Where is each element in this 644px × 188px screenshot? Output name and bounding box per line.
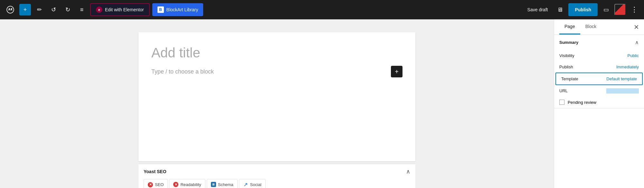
yoast-collapse-icon: ∧ xyxy=(406,168,410,175)
sidebar-content: Summary ∧ Visibility Public Publish Imme… xyxy=(554,35,644,188)
publish-row: Publish Immediately xyxy=(554,61,644,73)
tab-block[interactable]: Block xyxy=(580,19,601,35)
seo-tab-icon: ✕ xyxy=(148,182,153,187)
monitor-icon: 🖥 xyxy=(557,6,563,13)
template-value[interactable]: Default template xyxy=(606,76,637,81)
visibility-row: Visibility Public xyxy=(554,50,644,61)
edit-mode-button[interactable]: ✏ xyxy=(33,4,45,15)
summary-section-title: Summary xyxy=(559,40,578,45)
template-label: Template xyxy=(561,76,578,81)
summary-section: Summary ∧ Visibility Public Publish Imme… xyxy=(554,35,644,108)
toolbar-right: Save draft 🖥 Publish ▭ ⋮ xyxy=(524,3,640,16)
undo-button[interactable]: ↺ xyxy=(48,4,59,15)
panel-icon: ▭ xyxy=(603,6,609,13)
social-tab-label: Social xyxy=(250,182,261,187)
yoast-tabs: ✕ SEO ✕ Readability ⊞ Schema ↗ Social xyxy=(138,179,415,188)
plus-icon: + xyxy=(24,6,27,13)
readability-tab-label: Readability xyxy=(180,182,201,187)
preview-button[interactable]: 🖥 xyxy=(554,4,566,15)
blockart-button[interactable]: B BlockArt Library xyxy=(152,3,204,16)
publish-row-label: Publish xyxy=(559,64,573,69)
redo-icon: ↻ xyxy=(65,6,70,13)
editor-canvas: Add title Type / to choose a block + xyxy=(138,32,415,161)
more-options-button[interactable]: ⋮ xyxy=(629,4,640,15)
sidebar-close-button[interactable]: ✕ xyxy=(631,22,641,32)
add-block-button[interactable]: + xyxy=(19,4,31,15)
url-value: ███████████ xyxy=(606,88,639,93)
editor-placeholder[interactable]: Type / to choose a block xyxy=(151,68,386,75)
user-menu-button[interactable] xyxy=(614,4,626,15)
tab-page-label: Page xyxy=(564,24,575,29)
post-title-input[interactable]: Add title xyxy=(138,32,415,66)
elementor-button[interactable]: e Edit with Elementor xyxy=(90,3,150,16)
pending-review-row: Pending review xyxy=(554,96,644,108)
yoast-panel-header[interactable]: Yoast SEO ∧ xyxy=(138,164,415,179)
pencil-icon: ✏ xyxy=(37,6,42,13)
sidebar: Page Block ✕ Summary ∧ Visibility Public xyxy=(554,19,644,188)
visibility-label: Visibility xyxy=(559,53,574,58)
yoast-panel-title: Yoast SEO xyxy=(144,169,166,174)
add-block-inline-button[interactable]: + xyxy=(391,66,402,77)
wp-logo-button[interactable] xyxy=(4,3,17,16)
pending-review-checkbox[interactable] xyxy=(559,100,564,105)
social-tab-icon: ↗ xyxy=(243,182,248,187)
more-icon: ⋮ xyxy=(631,5,638,14)
user-avatar xyxy=(615,5,625,15)
schema-tab-label: Schema xyxy=(218,182,233,187)
save-draft-button[interactable]: Save draft xyxy=(524,5,552,15)
blockart-logo-icon: B xyxy=(157,6,164,13)
toolbar: + ✏ ↺ ↻ ≡ e Edit with Elementor B BlockA… xyxy=(0,0,644,19)
main-area: Add title Type / to choose a block + Yoa… xyxy=(0,19,644,188)
pending-review-label: Pending review xyxy=(568,100,596,105)
summary-section-header[interactable]: Summary ∧ xyxy=(554,35,644,50)
plus-inline-icon: + xyxy=(395,68,399,75)
visibility-value[interactable]: Public xyxy=(628,53,639,58)
publish-label: Publish xyxy=(575,7,591,12)
readability-tab-icon: ✕ xyxy=(173,182,178,187)
yoast-tab-social[interactable]: ↗ Social xyxy=(239,179,266,188)
blockart-button-label: BlockArt Library xyxy=(166,7,198,12)
yoast-tab-readability[interactable]: ✕ Readability xyxy=(169,179,205,188)
close-icon: ✕ xyxy=(634,23,639,31)
undo-icon: ↺ xyxy=(51,6,56,13)
summary-chevron-icon: ∧ xyxy=(635,39,639,45)
list-icon: ≡ xyxy=(80,6,84,13)
list-view-button[interactable]: ≡ xyxy=(76,4,88,15)
yoast-tab-seo[interactable]: ✕ SEO xyxy=(144,179,168,188)
url-label: URL xyxy=(559,88,568,93)
url-row: URL ███████████ xyxy=(554,85,644,96)
panel-toggle-button[interactable]: ▭ xyxy=(600,4,612,15)
tab-block-label: Block xyxy=(585,24,596,29)
yoast-panel: Yoast SEO ∧ ✕ SEO ✕ Readability ⊞ Schema xyxy=(138,164,415,188)
toolbar-left: + ✏ ↺ ↻ ≡ e Edit with Elementor B BlockA… xyxy=(4,3,521,16)
schema-tab-icon: ⊞ xyxy=(211,182,216,187)
elementor-logo-icon: e xyxy=(96,6,102,13)
template-row[interactable]: Template Default template xyxy=(555,73,643,85)
editor-area: Add title Type / to choose a block + Yoa… xyxy=(0,19,554,188)
seo-tab-label: SEO xyxy=(155,182,164,187)
tab-page[interactable]: Page xyxy=(559,19,580,35)
publish-button[interactable]: Publish xyxy=(568,3,598,16)
save-draft-label: Save draft xyxy=(527,7,548,12)
redo-button[interactable]: ↻ xyxy=(62,4,73,15)
elementor-button-label: Edit with Elementor xyxy=(105,7,144,12)
publish-row-value[interactable]: Immediately xyxy=(616,64,639,69)
editor-body: Type / to choose a block + xyxy=(138,66,415,83)
yoast-tab-schema[interactable]: ⊞ Schema xyxy=(207,179,238,188)
sidebar-tabs: Page Block ✕ xyxy=(554,19,644,35)
